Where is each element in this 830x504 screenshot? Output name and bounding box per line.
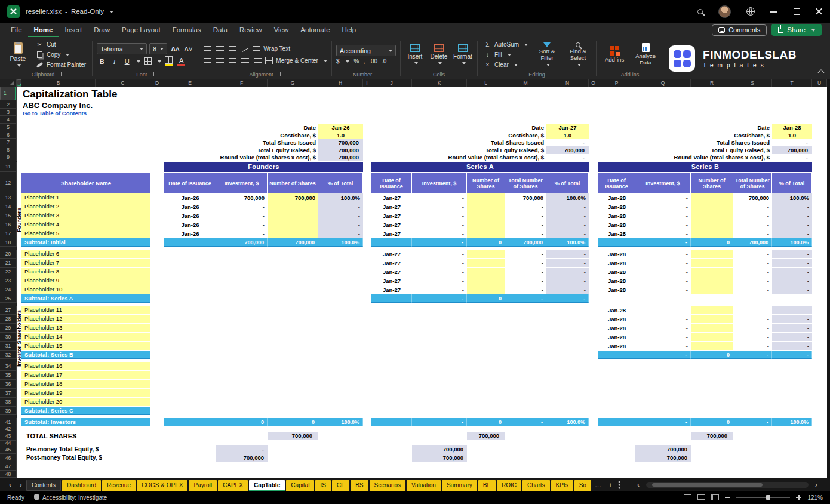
postmoney-value[interactable]: 700,000: [216, 454, 268, 462]
menu-file[interactable]: File: [5, 23, 28, 37]
data-cell[interactable]: -: [635, 211, 691, 220]
data-cell[interactable]: -: [635, 324, 691, 333]
info-value[interactable]: -: [772, 139, 812, 146]
table-header-cell[interactable]: Investment, $: [216, 172, 268, 193]
data-cell[interactable]: -: [733, 229, 772, 238]
total-shares-label[interactable]: TOTAL SHARES: [26, 431, 158, 441]
data-cell[interactable]: -: [635, 259, 691, 268]
data-cell[interactable]: Jan-27: [371, 268, 412, 276]
data-cell[interactable]: [691, 268, 733, 276]
data-cell[interactable]: [691, 342, 733, 351]
subtotal-cell[interactable]: [164, 418, 216, 426]
data-cell[interactable]: Jan-27: [371, 250, 412, 259]
font-size-select[interactable]: 8: [149, 43, 167, 54]
data-cell[interactable]: -: [635, 306, 691, 315]
data-cell[interactable]: -: [546, 250, 589, 259]
data-cell[interactable]: -: [772, 220, 812, 229]
data-cell[interactable]: -: [733, 315, 772, 324]
data-cell[interactable]: Jan-26: [164, 193, 216, 202]
subtotal-cell[interactable]: -: [505, 294, 546, 303]
total-shares-value[interactable]: 700,000: [268, 432, 318, 440]
data-cell[interactable]: -: [412, 276, 467, 285]
info-value[interactable]: 700,000: [318, 139, 363, 146]
fill-color-button[interactable]: [164, 56, 174, 66]
data-cell[interactable]: -: [733, 220, 772, 229]
align-right-button[interactable]: [228, 56, 238, 66]
dialog-launcher-icon[interactable]: [276, 72, 281, 76]
data-cell[interactable]: -: [733, 211, 772, 220]
menu-help[interactable]: Help: [336, 23, 362, 37]
data-cell[interactable]: Jan-27: [371, 220, 412, 229]
data-cell[interactable]: -: [772, 259, 812, 268]
data-cell[interactable]: -: [733, 306, 772, 315]
addins-button[interactable]: Add-ins: [601, 46, 628, 63]
accessibility-button[interactable]: Accessibility: Investigate: [34, 494, 107, 501]
subtotal-cell[interactable]: -: [772, 351, 812, 359]
subtotal-cell[interactable]: [598, 418, 635, 426]
info-label[interactable]: Date: [389, 124, 544, 131]
shareholder-name-cell[interactable]: Placeholder 16: [21, 362, 150, 371]
add-sheet-button[interactable]: +: [605, 481, 616, 488]
data-cell[interactable]: -: [412, 259, 467, 268]
menu-home[interactable]: Home: [28, 23, 59, 37]
subtotal-cell[interactable]: -: [546, 294, 589, 303]
data-cell[interactable]: 700,000: [733, 193, 772, 202]
font-name-select[interactable]: Tahoma: [97, 43, 147, 54]
toc-link[interactable]: Go to Table of Contents: [23, 110, 118, 117]
data-cell[interactable]: Jan-28: [598, 268, 635, 276]
font-color-button[interactable]: A: [176, 56, 186, 66]
cut-button[interactable]: ✂ Cut: [34, 40, 88, 50]
subtotal-cell[interactable]: 700,000: [733, 238, 772, 247]
underline-button[interactable]: U: [122, 56, 132, 66]
shrink-font-button[interactable]: A˅: [183, 44, 194, 54]
subtotal-cell[interactable]: 0: [691, 238, 733, 247]
delete-cells-button[interactable]: Delete: [429, 44, 449, 65]
data-cell[interactable]: Jan-26: [164, 202, 216, 211]
table-header-cell[interactable]: Investment, $: [412, 172, 467, 193]
zoom-slider-thumb[interactable]: [766, 495, 770, 500]
table-title-founders[interactable]: Founders: [164, 162, 363, 172]
premoney-value[interactable]: 700,000: [635, 445, 691, 454]
data-cell[interactable]: Jan-27: [371, 259, 412, 268]
data-cell[interactable]: [691, 306, 733, 315]
data-cell[interactable]: -: [772, 268, 812, 276]
data-cell[interactable]: [467, 193, 505, 202]
shareholder-name-cell[interactable]: Placeholder 19: [21, 389, 150, 398]
wrap-text-button[interactable]: Wrap Text: [253, 45, 290, 52]
shareholder-name-cell[interactable]: Placeholder 2: [21, 202, 150, 211]
shareholder-name-cell[interactable]: Placeholder 18: [21, 380, 150, 389]
data-cell[interactable]: -: [546, 229, 589, 238]
sheet-tab-scenarios[interactable]: Scenarios: [370, 480, 405, 491]
data-cell[interactable]: -: [412, 193, 467, 202]
equity-values-box[interactable]: -700,000: [216, 445, 268, 462]
bold-button[interactable]: B: [97, 56, 107, 66]
data-cell[interactable]: [467, 250, 505, 259]
data-cell[interactable]: -: [635, 315, 691, 324]
data-cell[interactable]: -: [505, 202, 546, 211]
subtotal-cell[interactable]: 0: [216, 418, 268, 426]
data-cell[interactable]: -: [546, 268, 589, 276]
table-header-cell[interactable]: Number of Shares: [467, 172, 505, 193]
data-cell[interactable]: Jan-28: [598, 285, 635, 294]
shareholder-name-cell[interactable]: Placeholder 17: [21, 371, 150, 380]
table-header-cell[interactable]: Investment, $: [635, 172, 691, 193]
data-cell[interactable]: -: [733, 268, 772, 276]
grow-font-button[interactable]: A˄: [170, 44, 180, 54]
data-cell[interactable]: [691, 211, 733, 220]
page-break-view-icon[interactable]: [711, 494, 719, 500]
info-value[interactable]: 700,000: [318, 153, 363, 161]
data-cell[interactable]: [691, 259, 733, 268]
data-cell[interactable]: Jan-27: [371, 229, 412, 238]
shareholder-name-cell[interactable]: Placeholder 14: [21, 333, 150, 342]
insert-cells-button[interactable]: Insert: [405, 44, 425, 65]
info-label[interactable]: Date: [614, 124, 770, 131]
data-cell[interactable]: Jan-28: [598, 250, 635, 259]
info-label[interactable]: Round Value (total shares x cost), $: [389, 153, 544, 161]
menu-automate[interactable]: Automate: [294, 23, 336, 37]
sheet-tab-be[interactable]: BE: [478, 480, 496, 491]
data-cell[interactable]: [467, 268, 505, 276]
sheet-tab-so[interactable]: So: [574, 480, 591, 491]
shareholder-name-cell[interactable]: Placeholder 12: [21, 315, 150, 324]
data-cell[interactable]: [691, 250, 733, 259]
normal-view-icon[interactable]: [684, 494, 691, 500]
